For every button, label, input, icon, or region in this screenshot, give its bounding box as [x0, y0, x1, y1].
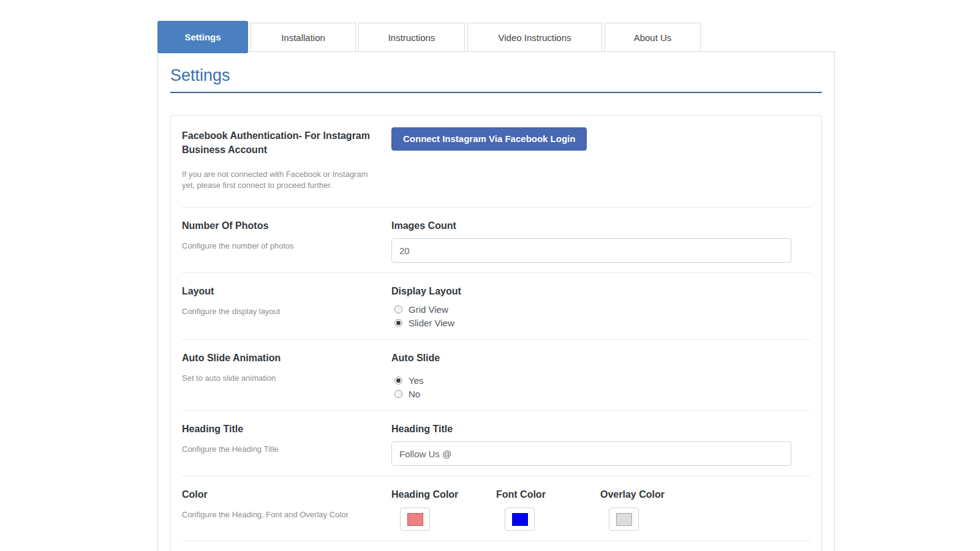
auto-slide-label: Auto Slide Animation — [182, 351, 373, 365]
row-heading-title: Heading Title Configure the Heading Titl… — [182, 410, 810, 476]
layout-label: Layout — [182, 284, 373, 298]
heading-color-swatch — [407, 513, 423, 526]
heading-title-input[interactable] — [391, 441, 791, 466]
font-color-label: Font Color — [496, 487, 600, 501]
radio-slider-view-label: Slider View — [409, 318, 454, 328]
heading-title-description: Configure the Heading Title — [182, 444, 373, 455]
tab-settings[interactable]: Settings — [157, 21, 248, 53]
radio-auto-slide-no[interactable]: No — [391, 387, 810, 400]
plugin-settings-page: Settings Installation Instructions Video… — [157, 23, 835, 551]
tab-about-us-label: About Us — [634, 32, 672, 43]
heading-color-picker: Heading Color — [391, 487, 496, 531]
tab-instructions[interactable]: Instructions — [358, 23, 465, 51]
font-color-swatch-button[interactable] — [505, 508, 535, 531]
images-count-input[interactable] — [391, 238, 791, 263]
tab-video-instructions-label: Video Instructions — [499, 32, 571, 43]
tab-video-instructions[interactable]: Video Instructions — [467, 23, 602, 51]
overlay-color-picker: Overlay Color — [600, 487, 704, 531]
radio-auto-slide-yes[interactable]: Yes — [391, 373, 810, 387]
tab-about-us[interactable]: About Us — [605, 23, 701, 51]
color-description: Configure the Heading, Font and Overlay … — [182, 509, 373, 520]
font-color-swatch — [512, 513, 528, 526]
number-of-photos-description: Configure the number of photos — [182, 241, 373, 252]
number-of-photos-label: Number Of Photos — [182, 219, 373, 233]
radio-auto-slide-yes-label: Yes — [409, 375, 423, 386]
display-layout-radio-group: Grid View Slider View — [391, 302, 810, 329]
heading-title-label: Heading Title — [182, 422, 373, 436]
radio-auto-slide-no-label: No — [409, 389, 420, 399]
font-color-picker: Font Color — [496, 487, 600, 531]
radio-button-icon — [394, 390, 402, 398]
auto-slide-description: Set to auto slide animation — [182, 373, 373, 384]
auto-slide-radio-group: Yes No — [391, 373, 810, 400]
radio-grid-view[interactable]: Grid View — [391, 302, 810, 316]
color-pickers: Heading Color Font Color O — [391, 487, 810, 531]
radio-grid-view-label: Grid View — [409, 304, 448, 315]
tab-bar: Settings Installation Instructions Video… — [157, 23, 835, 51]
display-layout-label: Display Layout — [391, 284, 810, 298]
row-likes-comments: Show Likes & Comments Set to show likes … — [182, 541, 810, 551]
tab-installation-label: Installation — [281, 32, 325, 43]
connect-instagram-button[interactable]: Connect Instagram Via Facebook Login — [391, 127, 587, 151]
radio-button-icon — [394, 319, 402, 327]
row-auto-slide: Auto Slide Animation Set to auto slide a… — [182, 339, 810, 410]
radio-button-icon — [394, 305, 402, 313]
row-facebook-auth: Facebook Authentication- For Instagram B… — [182, 116, 810, 207]
color-label: Color — [182, 487, 373, 501]
heading-title-field-label: Heading Title — [391, 422, 810, 436]
tab-settings-label: Settings — [184, 32, 221, 42]
heading-color-swatch-button[interactable] — [400, 508, 430, 531]
row-number-of-photos: Number Of Photos Configure the number of… — [182, 207, 810, 272]
radio-slider-view[interactable]: Slider View — [391, 316, 810, 329]
images-count-label: Images Count — [391, 219, 810, 233]
overlay-color-swatch-button[interactable] — [609, 508, 639, 531]
layout-description: Configure the display layout — [182, 306, 373, 317]
tab-instructions-label: Instructions — [388, 32, 435, 43]
facebook-auth-description: If you are not connected with Facebook o… — [182, 169, 373, 191]
heading-color-label: Heading Color — [391, 487, 496, 501]
radio-button-icon — [394, 377, 402, 384]
overlay-color-swatch — [616, 513, 632, 526]
auto-slide-field-label: Auto Slide — [391, 351, 810, 365]
page-title: Settings — [170, 64, 822, 93]
tab-installation[interactable]: Installation — [251, 23, 356, 51]
row-color: Color Configure the Heading, Font and Ov… — [182, 476, 810, 541]
settings-form-card: Facebook Authentication- For Instagram B… — [170, 115, 822, 551]
row-layout: Layout Configure the display layout Disp… — [182, 272, 810, 339]
settings-tab-panel: Settings Facebook Authentication- For In… — [157, 51, 835, 551]
overlay-color-label: Overlay Color — [600, 487, 704, 501]
facebook-auth-label: Facebook Authentication- For Instagram B… — [182, 129, 373, 157]
